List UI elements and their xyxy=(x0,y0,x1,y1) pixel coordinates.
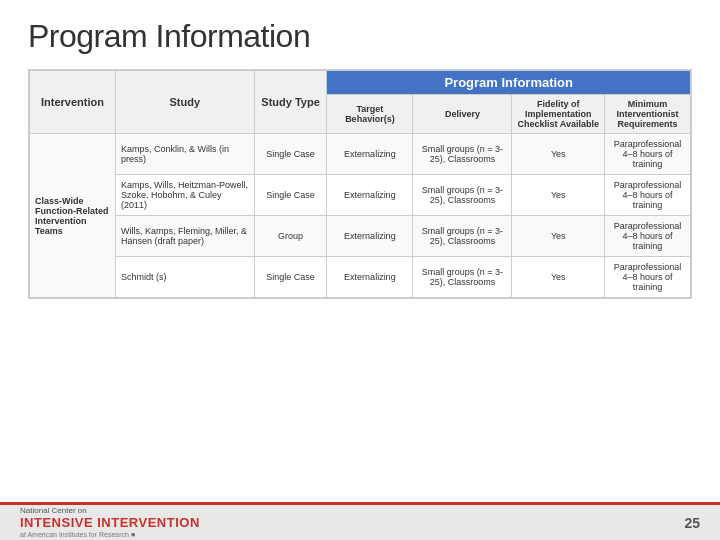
col-study-type-header: Study Type xyxy=(254,71,327,134)
study-type-cell: Single Case xyxy=(254,134,327,175)
fidelity-cell: Yes xyxy=(512,134,605,175)
target-behavior-cell: Externalizing xyxy=(327,134,413,175)
col-delivery-header: Delivery xyxy=(413,95,512,134)
col-target-behavior-header: Target Behavior(s) xyxy=(327,95,413,134)
page-title: Program Information xyxy=(28,18,692,55)
target-behavior-cell: Externalizing xyxy=(327,216,413,257)
delivery-cell: Small groups (n = 3-25), Classrooms xyxy=(413,134,512,175)
minimum-req-cell: Paraprofessional 4–8 hours of training xyxy=(605,257,691,298)
table-row: Wills, Kamps, Fleming, Miller, & Hansen … xyxy=(30,216,691,257)
footer-bar: National Center on INTENSIVE INTERVENTIO… xyxy=(0,502,720,540)
footer-logo-main: INTENSIVE INTERVENTION xyxy=(20,515,200,531)
intervention-cell: Class-Wide Function-Related Intervention… xyxy=(30,134,116,298)
study-cell: Kamps, Conklin, & Wills (in press) xyxy=(115,134,254,175)
footer-logo-top: National Center on xyxy=(20,506,200,516)
page-container: Program Information Intervention Study S… xyxy=(0,0,720,540)
study-cell: Kamps, Wills, Heitzman-Powell, Szoke, Ho… xyxy=(115,175,254,216)
col-intervention-header: Intervention xyxy=(30,71,116,134)
table-row: Schmidt (s)Single CaseExternalizingSmall… xyxy=(30,257,691,298)
table-header-top: Intervention Study Study Type Program In… xyxy=(30,71,691,95)
fidelity-cell: Yes xyxy=(512,257,605,298)
target-behavior-cell: Externalizing xyxy=(327,175,413,216)
fidelity-cell: Yes xyxy=(512,216,605,257)
study-type-cell: Single Case xyxy=(254,257,327,298)
footer-logo-sub: at American Institutes for Research ■ xyxy=(20,531,200,539)
target-behavior-cell: Externalizing xyxy=(327,257,413,298)
program-info-header: Program Information xyxy=(327,71,691,95)
program-info-table: Intervention Study Study Type Program In… xyxy=(29,70,691,298)
delivery-cell: Small groups (n = 3-25), Classrooms xyxy=(413,257,512,298)
study-cell: Wills, Kamps, Fleming, Miller, & Hansen … xyxy=(115,216,254,257)
footer-page-number: 25 xyxy=(684,515,700,531)
delivery-cell: Small groups (n = 3-25), Classrooms xyxy=(413,216,512,257)
table-row: Kamps, Wills, Heitzman-Powell, Szoke, Ho… xyxy=(30,175,691,216)
table-body: Class-Wide Function-Related Intervention… xyxy=(30,134,691,298)
minimum-req-cell: Paraprofessional 4–8 hours of training xyxy=(605,134,691,175)
col-study-header: Study xyxy=(115,71,254,134)
table-row: Class-Wide Function-Related Intervention… xyxy=(30,134,691,175)
footer-logo: National Center on INTENSIVE INTERVENTIO… xyxy=(20,506,200,540)
study-type-cell: Group xyxy=(254,216,327,257)
minimum-req-cell: Paraprofessional 4–8 hours of training xyxy=(605,175,691,216)
col-fidelity-header: Fidelity of Implementation Checklist Ava… xyxy=(512,95,605,134)
main-content: Program Information Intervention Study S… xyxy=(0,0,720,502)
col-minimum-req-header: Minimum Interventionist Requirements xyxy=(605,95,691,134)
delivery-cell: Small groups (n = 3-25), Classrooms xyxy=(413,175,512,216)
study-cell: Schmidt (s) xyxy=(115,257,254,298)
table-wrapper: Intervention Study Study Type Program In… xyxy=(28,69,692,299)
fidelity-cell: Yes xyxy=(512,175,605,216)
minimum-req-cell: Paraprofessional 4–8 hours of training xyxy=(605,216,691,257)
study-type-cell: Single Case xyxy=(254,175,327,216)
